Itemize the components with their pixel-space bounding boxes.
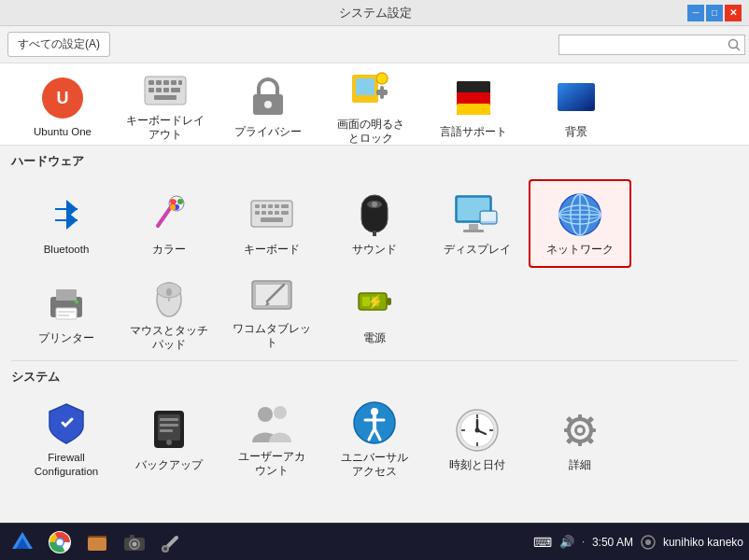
details-icon xyxy=(556,406,604,455)
svg-rect-112 xyxy=(564,428,570,432)
taskbar-chrome[interactable] xyxy=(43,525,77,559)
icon-item-brightness[interactable]: 画面の明るさとロック xyxy=(319,67,422,146)
all-settings-button[interactable]: すべての設定(A) xyxy=(7,32,110,57)
svg-rect-76 xyxy=(256,285,288,305)
svg-rect-70 xyxy=(58,315,69,316)
svg-rect-111 xyxy=(578,441,582,446)
svg-rect-6 xyxy=(156,80,162,85)
icon-item-keyboard-layout[interactable]: キーボードレイアウト xyxy=(114,67,217,146)
color-label: カラー xyxy=(152,243,186,257)
bluetooth-label: Bluetooth xyxy=(44,243,90,257)
close-button[interactable]: ✕ xyxy=(725,5,742,21)
icon-item-keyboard[interactable]: キーボード xyxy=(220,179,323,268)
svg-rect-5 xyxy=(148,80,154,85)
printer-icon xyxy=(42,279,91,328)
svg-rect-45 xyxy=(268,211,273,215)
svg-point-34 xyxy=(177,199,183,204)
icon-item-bluetooth[interactable]: Bluetooth xyxy=(15,179,118,268)
svg-point-86 xyxy=(166,440,172,445)
svg-rect-58 xyxy=(481,212,496,221)
svg-rect-25 xyxy=(457,104,490,115)
icon-item-wallpaper[interactable]: 背景 xyxy=(525,67,628,146)
svg-point-16 xyxy=(264,101,272,108)
taskbar-right: ⌨ 🔊 · 3:50 AM kunihiko kaneko xyxy=(533,535,743,550)
icon-item-mouse[interactable]: マウスとタッチパッド xyxy=(118,268,220,357)
titlebar: システム設定 ─ □ ✕ xyxy=(0,0,749,26)
bluetooth-icon xyxy=(42,190,91,239)
icon-item-network[interactable]: ネットワーク xyxy=(529,179,631,268)
keyboard-layout-label: キーボードレイアウト xyxy=(126,114,205,142)
svg-rect-11 xyxy=(156,88,162,92)
svg-rect-14 xyxy=(154,95,177,100)
svg-point-0 xyxy=(729,39,738,48)
clock: 3:50 AM xyxy=(592,536,633,549)
window-controls: ─ □ ✕ xyxy=(687,5,742,21)
volume-level: · xyxy=(582,537,585,547)
taskbar-camera[interactable] xyxy=(118,525,151,559)
brightness-label: 画面の明るさとロック xyxy=(337,118,404,146)
search-input[interactable] xyxy=(558,35,745,55)
username: kunihiko kaneko xyxy=(663,536,743,549)
hardware-icon-grid-2: プリンター マウスとタッチパッド xyxy=(11,268,738,357)
window-title: システム設定 xyxy=(64,5,687,21)
display-label: ディスプレイ xyxy=(444,243,511,257)
system-section: システム FirewallConfiguration xyxy=(0,361,749,487)
keyboard-indicator: ⌨ xyxy=(533,535,552,550)
svg-line-1 xyxy=(737,47,741,50)
svg-rect-12 xyxy=(163,88,169,92)
icon-item-color[interactable]: カラー xyxy=(118,179,220,268)
maximize-button[interactable]: □ xyxy=(706,5,723,21)
svg-point-51 xyxy=(372,202,377,207)
svg-rect-40 xyxy=(268,204,273,208)
taskbar-zorin[interactable] xyxy=(6,525,39,559)
sound-label: サウンド xyxy=(352,243,397,257)
backup-icon xyxy=(145,406,193,455)
minimize-button[interactable]: ─ xyxy=(687,5,704,21)
firewall-label: FirewallConfiguration xyxy=(35,451,98,479)
svg-rect-55 xyxy=(469,224,478,230)
backup-label: バックアップ xyxy=(135,458,203,472)
icon-item-ubuntu-one[interactable]: U Ubuntu One xyxy=(11,67,114,146)
icon-item-firewall[interactable]: FirewallConfiguration xyxy=(15,395,118,483)
privacy-icon xyxy=(244,75,292,121)
network-label: ネットワーク xyxy=(546,243,614,257)
users-label: ユーザーアカウント xyxy=(238,450,305,478)
svg-rect-128 xyxy=(130,535,134,539)
taskbar-settings[interactable] xyxy=(155,525,189,559)
icon-item-printer[interactable]: プリンター xyxy=(15,268,118,357)
keyboard-layout-icon xyxy=(141,73,190,110)
svg-point-90 xyxy=(258,407,273,422)
icon-item-universal-access[interactable]: ユニバーサルアクセス xyxy=(323,395,426,483)
system-icon-grid: FirewallConfiguration バッ xyxy=(11,395,738,483)
icon-item-privacy[interactable]: プライバシー xyxy=(217,67,319,146)
firewall-icon xyxy=(42,400,91,447)
tablet-label: ワコムタブレット xyxy=(233,322,311,350)
svg-point-36 xyxy=(170,204,176,210)
taskbar-files[interactable] xyxy=(80,525,114,559)
svg-rect-52 xyxy=(373,231,376,236)
svg-rect-66 xyxy=(56,289,77,301)
svg-rect-43 xyxy=(255,211,260,215)
svg-rect-113 xyxy=(590,428,596,432)
icon-item-details[interactable]: 詳細 xyxy=(529,395,631,483)
svg-rect-23 xyxy=(457,81,490,92)
icon-item-tablet[interactable]: ワコムタブレット xyxy=(220,268,323,357)
svg-point-91 xyxy=(274,406,287,419)
svg-rect-87 xyxy=(160,418,178,421)
mouse-icon xyxy=(145,273,193,320)
icon-item-users[interactable]: ユーザーアカウント xyxy=(220,395,323,483)
privacy-label: プライバシー xyxy=(234,125,302,139)
svg-point-132 xyxy=(645,539,651,545)
power-label: 電源 xyxy=(363,331,386,345)
icon-item-backup[interactable]: バックアップ xyxy=(118,395,220,483)
icon-item-sound[interactable]: サウンド xyxy=(323,179,426,268)
svg-rect-80 xyxy=(387,298,391,305)
icon-item-display[interactable]: ディスプレイ xyxy=(426,179,529,268)
taskbar: ⌨ 🔊 · 3:50 AM kunihiko kaneko xyxy=(0,523,749,560)
keyboard-label: キーボード xyxy=(244,243,300,257)
icon-item-power[interactable]: ⚡ 電源 xyxy=(323,268,426,357)
details-label: 詳細 xyxy=(569,458,591,472)
top-icons-row: U Ubuntu One xyxy=(0,63,749,146)
icon-item-language[interactable]: 言語サポート xyxy=(422,67,525,146)
icon-item-datetime[interactable]: 時刻と日付 xyxy=(426,395,529,483)
